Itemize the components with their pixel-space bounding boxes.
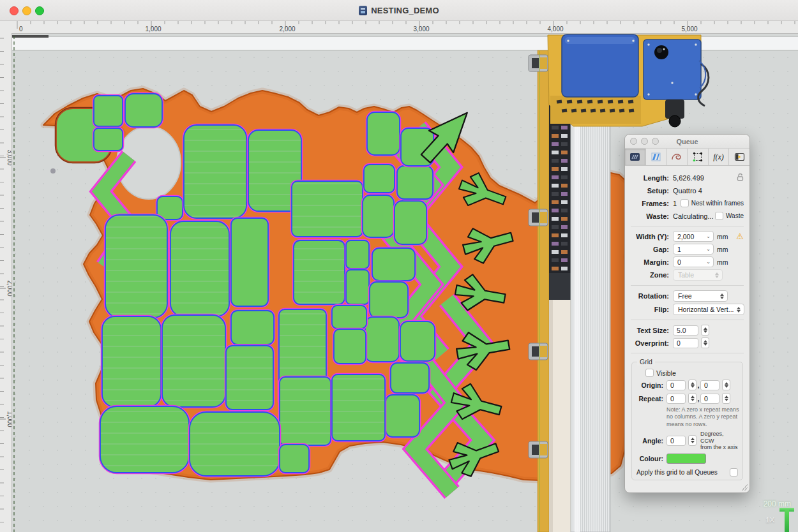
- frames-row: Frames: 1 Nest within frames: [631, 198, 744, 209]
- nested-piece[interactable]: [280, 377, 331, 445]
- nested-piece[interactable]: [346, 270, 369, 304]
- nested-piece[interactable]: [363, 195, 394, 237]
- waste-label: Waste:: [631, 212, 669, 220]
- nested-piece[interactable]: [372, 248, 415, 281]
- panel-minimize-button[interactable]: [641, 138, 648, 145]
- tab-frames[interactable]: [729, 149, 749, 165]
- scale-marker: [785, 510, 789, 532]
- nested-piece[interactable]: [391, 363, 429, 393]
- nested-piece[interactable]: [397, 166, 433, 199]
- divider: [631, 320, 744, 320]
- rotation-popup[interactable]: Free: [673, 290, 728, 302]
- overprint-input[interactable]: 0: [673, 338, 698, 348]
- svg-text:3,000: 3,000: [413, 26, 429, 33]
- nested-piece[interactable]: [400, 321, 435, 361]
- grid-origin-x-input[interactable]: 0: [666, 380, 686, 390]
- tab-queue-dark[interactable]: [625, 149, 646, 165]
- lasso-icon: [671, 152, 682, 161]
- nested-piece[interactable]: [294, 240, 345, 304]
- waste-checkbox[interactable]: [715, 212, 723, 220]
- queue-panel-header[interactable]: Queue: [625, 135, 749, 149]
- waste-row: Waste: Calculating... Waste: [631, 211, 744, 221]
- nested-piece[interactable]: [231, 218, 268, 306]
- overprint-label: Overprint:: [631, 339, 669, 347]
- text-size-input[interactable]: 5.0: [673, 325, 698, 336]
- tab-queue-blue[interactable]: [646, 149, 667, 165]
- grid-note: Note: A zero x repeat means no columns. …: [666, 406, 743, 428]
- nested-piece[interactable]: [386, 395, 419, 437]
- length-row: Length: 5,626.499: [631, 172, 744, 183]
- nested-piece[interactable]: [94, 128, 123, 151]
- grid-visible-checkbox[interactable]: [645, 369, 654, 377]
- nested-piece[interactable]: [102, 316, 161, 407]
- grid-origin-y-input[interactable]: 0: [700, 380, 719, 390]
- text-size-stepper[interactable]: [701, 325, 709, 336]
- grid-repeat-y-input[interactable]: 0: [700, 394, 719, 404]
- nested-piece[interactable]: [184, 125, 246, 218]
- nested-piece[interactable]: [332, 306, 366, 329]
- tab-marquee[interactable]: [688, 149, 709, 165]
- nested-piece[interactable]: [226, 346, 273, 410]
- nested-piece[interactable]: [370, 282, 408, 318]
- tab-function[interactable]: f(x): [709, 149, 730, 165]
- zone-row: Zone: Table: [631, 269, 744, 281]
- nested-piece[interactable]: [100, 406, 189, 473]
- nested-piece[interactable]: [125, 94, 162, 127]
- flip-popup[interactable]: Horizontal & Vert...: [673, 304, 744, 315]
- nested-piece[interactable]: [292, 181, 363, 237]
- nested-piece[interactable]: [280, 445, 309, 473]
- nested-piece[interactable]: [365, 317, 399, 362]
- length-label: Length:: [631, 174, 669, 182]
- grid-origin-x-stepper[interactable]: [688, 380, 696, 390]
- vertical-ruler: 3,0002,0001,000: [0, 33, 12, 532]
- chevron-down-icon: ⌄: [706, 234, 711, 239]
- grid-repeat-y-stepper[interactable]: [722, 393, 730, 404]
- nested-piece[interactable]: [395, 201, 426, 244]
- nested-piece[interactable]: [231, 311, 274, 344]
- grid-angle-stepper[interactable]: [688, 435, 696, 446]
- flip-label: Flip:: [631, 306, 669, 313]
- queue-panel[interactable]: Queue: [624, 134, 750, 493]
- grid-origin-y-stepper[interactable]: [722, 380, 730, 390]
- divider: [631, 226, 744, 226]
- tab-lasso[interactable]: [666, 149, 688, 165]
- grid-apply-checkbox[interactable]: [730, 468, 738, 477]
- nested-piece[interactable]: [170, 221, 229, 316]
- grid-repeat-x-stepper[interactable]: [688, 393, 696, 404]
- nest-within-frames-checkbox[interactable]: [681, 199, 689, 207]
- svg-text:4,000: 4,000: [547, 26, 563, 33]
- updown-chevrons-icon: [718, 293, 725, 299]
- nested-piece[interactable]: [94, 96, 123, 126]
- function-icon: f(x): [713, 152, 724, 162]
- svg-text:0: 0: [19, 26, 23, 33]
- nested-piece[interactable]: [190, 412, 280, 476]
- nested-piece[interactable]: [332, 374, 385, 441]
- grid-repeat-x-input[interactable]: 0: [666, 394, 686, 404]
- grid-angle-input[interactable]: 0: [666, 436, 686, 446]
- lock-icon[interactable]: [737, 173, 744, 182]
- rotation-label: Rotation:: [631, 292, 669, 300]
- width-combo[interactable]: 2,000⌄: [673, 231, 714, 242]
- nested-piece[interactable]: [162, 315, 225, 407]
- margin-combo[interactable]: 0⌄: [673, 256, 714, 267]
- grid-apply-label: Apply this grid to all Queues: [636, 469, 718, 476]
- nested-piece[interactable]: [367, 112, 400, 155]
- updown-chevrons-icon: [735, 307, 742, 313]
- gap-combo[interactable]: 1⌄: [673, 244, 714, 255]
- panel-zoom-button[interactable]: [652, 138, 659, 145]
- nest-within-frames-label: Nest within frames: [691, 200, 744, 207]
- overprint-stepper[interactable]: [701, 337, 709, 348]
- horizontal-ruler: 01,0002,0003,0004,0005,000: [11, 20, 798, 34]
- tool-nozzle: [669, 115, 681, 127]
- nested-piece[interactable]: [364, 165, 395, 193]
- nested-piece[interactable]: [105, 215, 167, 318]
- updown-chevrons-icon: [713, 272, 720, 278]
- panel-close-button[interactable]: [630, 138, 637, 145]
- nested-piece[interactable]: [334, 329, 366, 364]
- panel-resize-handle[interactable]: [741, 484, 748, 491]
- gap-unit: mm: [717, 246, 728, 253]
- grid-colour-swatch[interactable]: [666, 454, 706, 464]
- title-bar: NESTING_DEMO: [0, 0, 798, 21]
- nested-piece[interactable]: [346, 240, 369, 269]
- selection-marquee-icon: [693, 152, 703, 161]
